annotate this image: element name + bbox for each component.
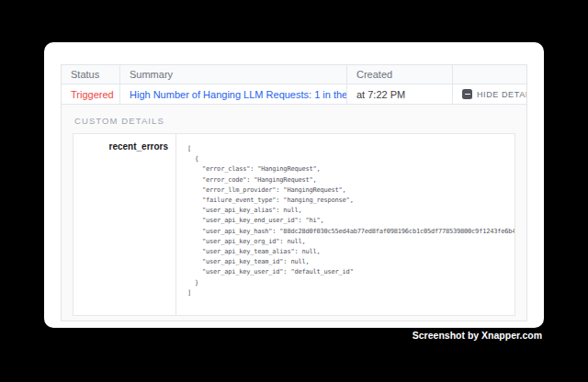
created-cell: at 7:22 PM: [347, 84, 453, 104]
custom-details-section: CUSTOM DETAILS recent_errors [ { "error_…: [62, 105, 526, 320]
column-header-status: Status: [62, 65, 120, 84]
status-cell: Triggered: [62, 84, 120, 104]
recent-errors-json: [ { "error_class": "HangingRequest", "er…: [187, 144, 507, 298]
column-header-summary: Summary: [120, 65, 347, 84]
details-value: [ { "error_class": "HangingRequest", "er…: [176, 134, 514, 315]
hide-details-label: HIDE DETAILS: [477, 90, 526, 99]
alerts-table: Status Summary Created Triggered High Nu…: [61, 64, 527, 321]
summary-cell: High Number of Hanging LLM Requests: 1 i…: [120, 84, 347, 104]
column-header-actions: [453, 65, 526, 84]
details-key-value-box: recent_errors [ { "error_class": "Hangin…: [73, 133, 515, 316]
actions-cell: HIDE DETAILS: [453, 84, 526, 104]
alert-row: Triggered High Number of Hanging LLM Req…: [62, 84, 526, 105]
alert-summary-link[interactable]: High Number of Hanging LLM Requests: 1 i…: [130, 89, 347, 100]
minus-square-icon: [462, 89, 472, 99]
xnapper-watermark: Screenshot by Xnapper.com: [413, 330, 542, 341]
status-badge: Triggered: [71, 89, 114, 100]
column-header-created: Created: [347, 65, 453, 84]
created-timestamp: at 7:22 PM: [356, 89, 405, 100]
hide-details-button[interactable]: HIDE DETAILS: [462, 89, 526, 99]
alert-card: Status Summary Created Triggered High Nu…: [44, 42, 544, 328]
details-key: recent_errors: [74, 134, 176, 315]
custom-details-title: CUSTOM DETAILS: [74, 116, 515, 126]
table-header-row: Status Summary Created: [62, 65, 526, 84]
